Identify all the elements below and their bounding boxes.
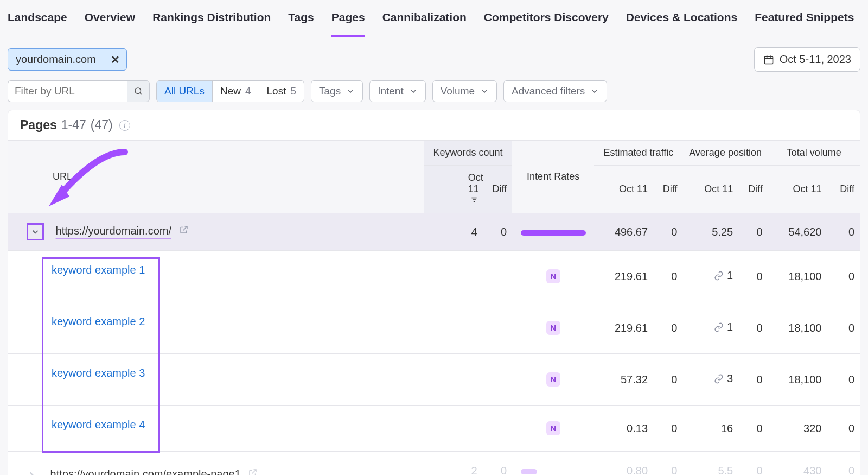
tab-landscape[interactable]: Landscape	[8, 11, 67, 27]
cell-kw-diff: 0	[483, 452, 512, 476]
date-range-button[interactable]: Oct 5-11, 2023	[754, 47, 860, 72]
col-keywords-count[interactable]: Keywords count	[424, 141, 512, 166]
search-icon	[133, 86, 143, 96]
cell-kw: 4	[424, 213, 483, 251]
cell-avgpos: 3	[727, 372, 733, 385]
domain-filter-chip[interactable]: yourdomain.com ✕	[8, 48, 127, 71]
tab-cannibalization[interactable]: Cannibalization	[382, 11, 467, 27]
segment-all-urls[interactable]: All URLs	[157, 81, 212, 102]
cell-totvol-diff: 0	[827, 354, 860, 406]
chevron-right-icon[interactable]	[27, 470, 36, 475]
expand-toggle[interactable]	[27, 223, 44, 240]
cell-traffic-diff: 0	[653, 302, 682, 354]
pages-range: 1-47	[61, 118, 86, 132]
chevron-down-icon	[480, 87, 489, 96]
col-url[interactable]: URL	[8, 141, 424, 213]
tab-rankings-distribution[interactable]: Rankings Distribution	[152, 11, 271, 27]
svg-rect-0	[764, 56, 773, 64]
segment-lost[interactable]: Lost 5	[259, 81, 304, 102]
calendar-icon	[763, 54, 774, 65]
cell-avgpos-diff: 0	[738, 213, 768, 251]
filter-label: Advanced filters	[512, 85, 585, 97]
cell-avgpos-diff: 0	[738, 452, 768, 476]
cell-traffic: 0.13	[594, 406, 653, 452]
cell-traffic-diff: 0	[653, 213, 682, 251]
search-button[interactable]	[127, 80, 150, 102]
cell-avgpos-diff: 0	[738, 406, 768, 452]
subcol-avgpos-date[interactable]: Oct 11	[682, 166, 738, 213]
cell-kw-diff: 0	[483, 213, 512, 251]
serp-link-icon[interactable]: 3	[714, 372, 733, 385]
chevron-down-icon	[590, 87, 599, 96]
cell-totvol-diff: 0	[827, 251, 860, 302]
serp-link-icon[interactable]: 1	[714, 321, 733, 333]
table-row: keyword example 4 N 0.13 0 16 0 320 0	[8, 406, 860, 452]
cell-avgpos: 1	[727, 269, 733, 282]
col-average-position[interactable]: Average position	[682, 141, 768, 166]
keyword-link[interactable]: keyword example 4	[27, 419, 145, 430]
tab-overview[interactable]: Overview	[85, 11, 135, 27]
tab-pages[interactable]: Pages	[331, 11, 365, 27]
subcol-traffic-diff[interactable]: Diff	[653, 166, 682, 213]
cell-avgpos: 16	[721, 422, 733, 434]
subcol-avgpos-diff[interactable]: Diff	[738, 166, 768, 213]
col-intent-rates[interactable]: Intent Rates	[512, 141, 594, 213]
pages-card-header: Pages 1-47 (47) i	[8, 110, 860, 141]
cell-avgpos: 1	[727, 321, 733, 333]
cell-totvol: 54,620	[768, 213, 827, 251]
subcol-kw-diff[interactable]: Diff	[483, 166, 512, 213]
filter-volume[interactable]: Volume	[432, 80, 497, 102]
svg-point-1	[135, 88, 141, 94]
subcol-traffic-date[interactable]: Oct 11	[594, 166, 653, 213]
segment-count: 5	[290, 85, 296, 97]
tab-competitors-discovery[interactable]: Competitors Discovery	[484, 11, 609, 27]
table-row[interactable]: https://yourdomain.com/ 4 0 496.67 0 5.2…	[8, 213, 860, 251]
cell-totvol: 18,100	[768, 302, 827, 354]
intent-bar	[521, 230, 586, 236]
cell-totvol: 430	[768, 452, 827, 476]
serp-link-icon[interactable]: 1	[714, 269, 733, 282]
cell-traffic: 496.67	[594, 213, 653, 251]
filter-tags[interactable]: Tags	[311, 80, 363, 102]
filter-intent[interactable]: Intent	[369, 80, 426, 102]
keyword-link[interactable]: keyword example 2	[27, 315, 145, 327]
intent-badge: N	[546, 269, 560, 283]
chevron-down-icon	[30, 227, 40, 237]
segment-label: New	[220, 85, 241, 97]
intent-badge: N	[546, 321, 560, 335]
col-estimated-traffic[interactable]: Estimated traffic	[594, 141, 682, 166]
tab-featured-snippets[interactable]: Featured Snippets	[755, 11, 854, 27]
row-url[interactable]: https://yourdomain.com/example-page1	[50, 468, 241, 475]
subcol-totvol-diff[interactable]: Diff	[827, 166, 860, 213]
row-url[interactable]: https://yourdomain.com/	[56, 225, 171, 237]
external-link-icon[interactable]	[179, 225, 189, 237]
tab-devices-locations[interactable]: Devices & Locations	[626, 11, 737, 27]
sort-desc-icon	[470, 196, 478, 204]
segment-label: All URLs	[164, 85, 205, 97]
external-link-icon[interactable]	[248, 468, 258, 475]
table-row: keyword example 3 N 57.32 0 3 0 18,100 0	[8, 354, 860, 406]
cell-traffic: 219.61	[594, 302, 653, 354]
tab-tags[interactable]: Tags	[288, 11, 314, 27]
cell-avgpos-diff: 0	[738, 302, 768, 354]
table-row: keyword example 1 N 219.61 0 1 0 18,100 …	[8, 251, 860, 302]
segment-new[interactable]: New 4	[212, 81, 259, 102]
subcol-kw-date[interactable]: Oct 11	[424, 166, 483, 213]
close-icon[interactable]: ✕	[104, 50, 126, 69]
col-total-volume[interactable]: Total volume	[768, 141, 860, 166]
keyword-link[interactable]: keyword example 3	[27, 367, 145, 379]
filter-advanced[interactable]: Advanced filters	[503, 80, 607, 102]
cell-avgpos: 5.25	[682, 213, 738, 251]
cell-traffic-diff: 0	[653, 406, 682, 452]
keyword-link[interactable]: keyword example 1	[27, 264, 145, 276]
intent-badge: N	[546, 372, 560, 387]
url-filter-input[interactable]	[8, 80, 127, 102]
segment-label: Lost	[267, 85, 286, 97]
subcol-totvol-date[interactable]: Oct 11	[768, 166, 827, 213]
cell-traffic: 0.80	[594, 452, 653, 476]
chevron-down-icon	[346, 87, 355, 96]
cell-kw: 2	[424, 452, 483, 476]
info-icon[interactable]: i	[119, 120, 130, 131]
top-nav: Landscape Overview Rankings Distribution…	[0, 0, 868, 37]
cell-totvol-diff: 0	[827, 302, 860, 354]
